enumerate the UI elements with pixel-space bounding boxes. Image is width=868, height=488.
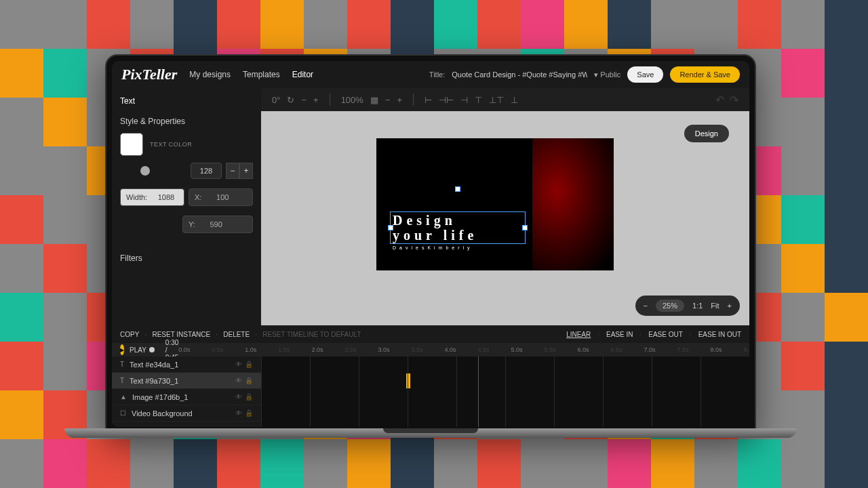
sidebar-style-heading: Style & Properties <box>120 117 253 126</box>
rotate-handle[interactable] <box>455 186 460 192</box>
layer-row[interactable]: ☐Video Background👁🔒 <box>112 405 261 422</box>
ease-out[interactable]: EASE OUT <box>648 331 683 338</box>
size-decrease-button[interactable]: − <box>226 163 239 179</box>
layer-row[interactable]: TText #e34da_1👁🔒 <box>112 357 261 373</box>
zoom-in-icon[interactable]: + <box>728 302 732 310</box>
pixteller-logo[interactable]: PixTeller <box>121 66 177 83</box>
time-ticks: 0.0s0.5s1.0s1.5s2.0s2.5s3.0s3.5s4.0s4.5s… <box>178 346 749 353</box>
size-slider[interactable] <box>140 166 150 176</box>
tl-reset-default[interactable]: RESET TIMELINE TO DEFAULT <box>262 331 361 338</box>
x-field[interactable]: X: <box>189 188 253 206</box>
tl-delete[interactable]: DELETE <box>223 331 250 338</box>
rotate-plus-icon[interactable]: + <box>313 95 319 105</box>
align-center-icon[interactable]: ⊣⊢ <box>439 95 454 105</box>
redo-icon[interactable]: ↷ <box>730 94 738 106</box>
font-size-input[interactable] <box>191 163 222 179</box>
rotate-icon[interactable]: ↻ <box>287 95 294 105</box>
size-increase-button[interactable]: + <box>239 163 253 179</box>
ease-linear[interactable]: LINEAR <box>566 331 591 338</box>
zoom-plus-icon[interactable]: + <box>397 95 402 105</box>
tl-copy[interactable]: COPY <box>120 331 139 338</box>
text-color-label: TEXT COLOR <box>150 141 192 148</box>
canvas-toolbar: 0° ↻ − + 100% ▦ − + ⊢ ⊣⊢ ⊣ ⊤ ⊥⊤ ⊥ ↶ ↷ <box>261 88 749 111</box>
align-top-icon[interactable]: ⊤ <box>475 95 482 105</box>
align-bottom-icon[interactable]: ⊥ <box>511 95 518 105</box>
track-area[interactable] <box>261 357 749 427</box>
width-field[interactable]: Width: <box>120 188 184 206</box>
undo-icon[interactable]: ↶ <box>715 94 724 106</box>
ease-in-out[interactable]: EASE IN OUT <box>698 331 741 338</box>
laptop-frame: PixTeller My designs Templates Editor Ti… <box>105 54 756 434</box>
y-field[interactable]: Y: <box>182 216 253 233</box>
nav-my-designs[interactable]: My designs <box>189 70 231 79</box>
resize-handle-left[interactable] <box>388 225 393 230</box>
align-middle-icon[interactable]: ⊥⊤ <box>489 95 504 105</box>
align-right-icon[interactable]: ⊣ <box>460 95 468 105</box>
zoom-percent[interactable]: 25% <box>656 300 684 312</box>
timeline-panel: COPY· RESET INSTANCE· DELETE· RESET TIME… <box>112 325 749 427</box>
zoom-out-icon[interactable]: − <box>644 302 648 310</box>
sidebar-filters-heading[interactable]: Filters <box>120 253 253 263</box>
rotation-value[interactable]: 0° <box>272 95 280 105</box>
nav-editor[interactable]: Editor <box>292 70 313 79</box>
canvas-area: 0° ↻ − + 100% ▦ − + ⊢ ⊣⊢ ⊣ ⊤ ⊥⊤ ⊥ ↶ ↷ De… <box>261 88 749 325</box>
zoom-minus-icon[interactable]: − <box>385 95 391 105</box>
layer-row[interactable]: TText #9a730_1👁🔒 <box>112 373 261 389</box>
artboard[interactable]: Design your life DaviesKimberly <box>376 138 614 270</box>
tl-reset-instance[interactable]: RESET INSTANCE <box>152 331 210 338</box>
sidebar: Text Style & Properties TEXT COLOR − + W… <box>112 88 261 325</box>
save-button[interactable]: Save <box>627 66 663 83</box>
rotate-minus-icon[interactable]: − <box>301 95 307 105</box>
sidebar-text-link[interactable]: Text <box>120 96 253 106</box>
canvas-viewport[interactable]: Design Design your life DaviesKimberly −… <box>261 111 749 325</box>
visibility-toggle[interactable]: ▾ Public <box>594 70 620 79</box>
layer-list: TText #e34da_1👁🔒TText #9a730_1👁🔒▲Image #… <box>112 357 261 427</box>
text-color-swatch[interactable] <box>120 133 143 156</box>
nav-templates[interactable]: Templates <box>243 70 280 79</box>
zoom-ratio[interactable]: 1:1 <box>692 302 703 310</box>
canvas-text-line3[interactable]: DaviesKimberly <box>393 245 473 250</box>
main-area: Text Style & Properties TEXT COLOR − + W… <box>112 88 749 325</box>
render-save-button[interactable]: Render & Save <box>670 66 740 83</box>
app-screen: PixTeller My designs Templates Editor Ti… <box>112 61 749 427</box>
selection-box[interactable] <box>390 211 526 244</box>
face-image <box>532 138 614 270</box>
align-left-icon[interactable]: ⊢ <box>425 95 432 105</box>
keyframe[interactable] <box>406 373 410 388</box>
top-bar: PixTeller My designs Templates Editor Ti… <box>112 61 749 88</box>
zoom-fit[interactable]: Fit <box>711 302 719 310</box>
zoom-control: − 25% 1:1 Fit + <box>635 296 740 316</box>
title-input[interactable] <box>452 70 587 79</box>
title-label: Title: <box>429 70 445 79</box>
play-label: PLAY <box>130 346 146 354</box>
design-label-pill[interactable]: Design <box>684 125 729 142</box>
resize-handle-right[interactable] <box>522 225 528 230</box>
transparency-icon[interactable]: ▦ <box>370 95 378 105</box>
play-button[interactable]: ▶ <box>120 344 124 355</box>
layer-row[interactable]: ▲Image #17d6b_1👁🔒 <box>112 389 261 405</box>
zoom-value[interactable]: 100% <box>341 95 363 105</box>
ease-in[interactable]: EASE IN <box>606 331 633 338</box>
laptop-base <box>64 428 797 438</box>
